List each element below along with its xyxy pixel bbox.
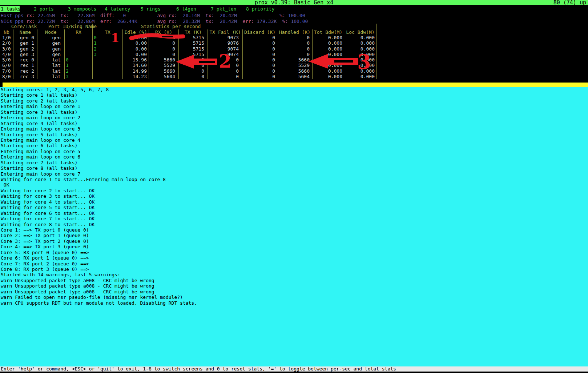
cell: 1/0: [0, 35, 13, 40]
tab-1-tasks[interactable]: 1 tasks: [0, 6, 20, 12]
tab-4-latency[interactable]: 4 latency: [105, 6, 130, 12]
stats-segment: rx:: [24, 13, 38, 18]
table-row: 1/0gen 0gen00.00057159073000.0000.000: [0, 35, 377, 40]
column-header: Mode: [37, 29, 65, 35]
stats-segment: [137, 19, 157, 24]
column-header: Idle (%): [123, 29, 149, 35]
cell: 0: [149, 46, 179, 52]
cell: 0: [208, 68, 243, 74]
cell: rec 3: [13, 74, 37, 79]
cell: lat: [37, 63, 65, 68]
stats-segment: 22.72M: [38, 19, 55, 24]
host-stats-line: Host pps rx: 22.45M tx: 22.86M diff: 0 a…: [1, 13, 308, 19]
cell: 0: [243, 52, 277, 57]
table-row: 2/0gen 1gen10.00057159076000.0000.000: [0, 40, 377, 46]
log-line: Waiting for core 2 to start... OK: [0, 188, 588, 193]
cell: 0.000: [313, 35, 344, 40]
cell: 9073: [208, 35, 243, 40]
cell: 0: [277, 52, 313, 57]
cell: gen: [37, 46, 65, 52]
stats-segment: diff:: [94, 13, 123, 18]
tab-5-rings[interactable]: 5 rings: [141, 6, 161, 12]
stats-segment: err:: [237, 19, 257, 24]
cell: 0.000: [344, 57, 377, 63]
cell: [93, 74, 123, 79]
log-line: Core 7: RX port 2 (queue 0) ==>: [0, 261, 588, 266]
cell: 3/0: [0, 46, 13, 52]
cell: 3: [93, 52, 123, 57]
log-line: Core 8: RX port 3 (queue 0) ==>: [0, 266, 588, 272]
stats-block: Host pps rx: 22.45M tx: 22.86M diff: 0 a…: [1, 13, 308, 24]
tab-8-priority[interactable]: 8 priority: [246, 6, 274, 12]
table-row: 3/0gen 2gen20.00057159074000.0000.000: [0, 46, 377, 52]
log-line: warn Failed to open msr pseudo-file (mis…: [0, 294, 588, 300]
cell: 0: [277, 35, 313, 40]
app-title: prox v0.39: Basic Gen x4: [255, 0, 334, 5]
cell: 0.000: [344, 46, 377, 52]
cell: 0: [243, 68, 277, 74]
cell: 0.000: [313, 74, 344, 79]
cell: lat: [37, 74, 65, 79]
cell: 0.000: [344, 52, 377, 57]
cell: 0.000: [313, 52, 344, 57]
cell: 0.000: [313, 40, 344, 46]
cell: 0: [65, 57, 93, 63]
log-line: Starting core 8 (all tasks): [0, 165, 588, 171]
cell: [65, 52, 93, 57]
column-header: TX (K): [179, 29, 208, 35]
cell: [65, 46, 93, 52]
column-header: Nb: [0, 29, 13, 35]
tab-7-pkt_len[interactable]: 7 pkt_len: [211, 6, 236, 12]
tab-6-l4gen[interactable]: 6 l4gen: [176, 6, 196, 12]
cell: 0: [179, 74, 208, 79]
log-line: warn Unsupported packet type a008 - CRC …: [0, 283, 588, 289]
cell: 0: [179, 68, 208, 74]
prox-terminal-screen[interactable]: prox v0.39: Basic Gen x4 80 (74) up 1 ta…: [0, 0, 588, 373]
cell: 0.000: [313, 46, 344, 52]
stats-segment: %:: [277, 19, 291, 24]
separator-bar: [3, 83, 588, 87]
cell: 0: [243, 63, 277, 68]
table-row: 4/0gen 3gen30.00057159074000.0000.000: [0, 52, 377, 57]
column-header: TX Fail (K): [208, 29, 243, 35]
cell: 3: [65, 74, 93, 79]
cell: 0: [179, 57, 208, 63]
stats-segment: avg rx:: [157, 19, 183, 24]
cell: gen: [37, 35, 65, 40]
cell: 9074: [208, 52, 243, 57]
tab-2-ports[interactable]: 2 ports: [34, 6, 54, 12]
cell: 0: [243, 40, 277, 46]
log-line: warn CPU supports RDT but msr module not…: [0, 300, 588, 306]
column-header: TX: [93, 29, 123, 35]
log-line: Entering main loop on core 4: [0, 137, 588, 143]
group-header-core-task: Core/Task: [0, 24, 48, 29]
cell: 0: [277, 46, 313, 52]
group-header-statistics: Statistics per second: [93, 24, 377, 29]
cell: rec 2: [13, 68, 37, 74]
cell: 7/0: [0, 68, 13, 74]
log-line: Entering main loop on core 3: [0, 126, 588, 132]
cell: 0.00: [123, 46, 149, 52]
tab-3-mempools[interactable]: 3 mempools: [68, 6, 96, 12]
log-line: Waiting for core 7 to start... OK: [0, 216, 588, 221]
log-line: Core 5: RX port 0 (queue 0) ==>: [0, 250, 588, 255]
stats-table: Core/Task Port ID/Ring Name Statistics p…: [0, 24, 377, 79]
cell: 0: [243, 74, 277, 79]
cell: 5/0: [0, 57, 13, 63]
cell: [65, 35, 93, 40]
log-line: Starting core 2 (all tasks): [0, 98, 588, 104]
stats-segment: 266.44K: [117, 19, 137, 24]
cell: [93, 57, 123, 63]
log-line: Core 3: ==> TX port 2 (queue 0): [0, 238, 588, 244]
cell: 0: [208, 74, 243, 79]
table-row: 5/0rec 0lat015.96566000056600.0000.000: [0, 57, 377, 63]
cell: 5529: [277, 63, 313, 68]
cell: 5715: [179, 52, 208, 57]
log-line: Core 6: RX port 1 (queue 0) ==>: [0, 255, 588, 261]
stats-segment: tx:: [55, 13, 78, 18]
cell: gen 1: [13, 40, 37, 46]
cell: 0: [149, 52, 179, 57]
cell: 0.000: [344, 35, 377, 40]
cell: 2: [93, 46, 123, 52]
log-line: Waiting for core 3 to start... OK: [0, 193, 588, 199]
